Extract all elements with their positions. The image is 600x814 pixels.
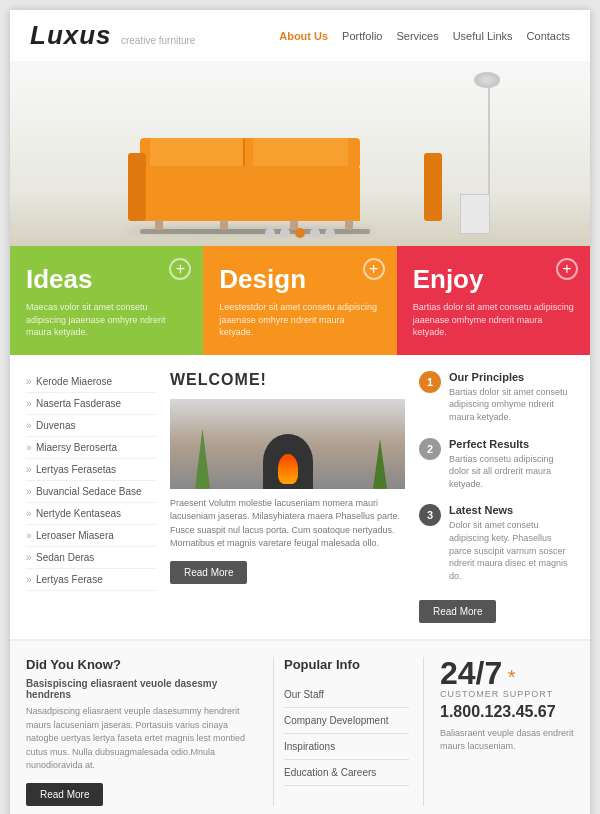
pi-item-3[interactable]: Education & Careers — [284, 760, 409, 786]
sofa-leg-2 — [220, 220, 228, 230]
logo-tagline: creative furniture — [121, 35, 195, 46]
principle-content-2: Perfect Results Bartias consetu adipisci… — [449, 438, 574, 491]
sofa-leg-1 — [155, 220, 163, 230]
sofa-cushion-left — [150, 138, 245, 166]
side-table — [460, 194, 490, 234]
nav-portfolio[interactable]: Portfolio — [342, 30, 382, 42]
principle-item-1: 1 Our Principles Bartias dolor sit amet … — [419, 371, 574, 424]
cs-hours-line: 24/7 * — [440, 657, 574, 689]
feature-cards: + Ideas Maecas volor sit amet consetu ad… — [10, 246, 590, 355]
fire-flame — [278, 454, 298, 484]
main-nav: About Us Portfolio Services Useful Links… — [279, 30, 570, 42]
nav-about[interactable]: About Us — [279, 30, 328, 42]
popular-info-list: Our Staff Company Development Inspiratio… — [284, 682, 409, 786]
sidebar-item-6[interactable]: Nertyde Kentaseas — [26, 503, 156, 525]
feature-card-enjoy[interactable]: + Enjoy Bartias dolor sit amet consetu a… — [397, 246, 590, 355]
popular-info: Popular Info Our Staff Company Developme… — [284, 657, 424, 806]
sidebar-item-3[interactable]: Miaersy Beroserta — [26, 437, 156, 459]
feature-card-ideas[interactable]: + Ideas Maecas volor sit amet consetu ad… — [10, 246, 203, 355]
nav-contacts[interactable]: Contacts — [527, 30, 570, 42]
cs-text: Baliasraent veuple dasas endrerit maurs … — [440, 727, 574, 752]
sidebar-item-7[interactable]: Leroaser Miasera — [26, 525, 156, 547]
cs-star: * — [508, 666, 516, 688]
feature-card-design[interactable]: + Design Leestestdor sit amet consetu ad… — [203, 246, 396, 355]
bottom-section: Did You Know? Basispiscing eliasraent ve… — [10, 640, 590, 814]
sidebar-item-0[interactable]: Kerode Miaerose — [26, 371, 156, 393]
principle-text-1: Bartias dolor sit amet consetu adipiscin… — [449, 386, 574, 424]
design-text: Leestestdor sit amet consetu adipiscing … — [219, 301, 380, 339]
enjoy-text: Bartias dolor sit amet consetu adipiscin… — [413, 301, 574, 339]
principles-section: 1 Our Principles Bartias dolor sit amet … — [419, 371, 574, 624]
pi-item-0[interactable]: Our Staff — [284, 682, 409, 708]
hero-dot-3[interactable] — [295, 228, 305, 238]
sofa-arm-right — [424, 153, 442, 221]
logo: Luxus — [30, 20, 112, 50]
sidebar-list: Kerode Miaerose Naserta Fasderase Duvena… — [26, 371, 156, 624]
main-content: Kerode Miaerose Naserta Fasderase Duvena… — [10, 355, 590, 641]
hero-dots — [265, 228, 335, 238]
ideas-text: Maecas volor sit amet consetu adipiscing… — [26, 301, 187, 339]
hero-dot-2[interactable] — [280, 228, 290, 238]
hero-dot-4[interactable] — [310, 228, 320, 238]
principle-item-2: 2 Perfect Results Bartias consetu adipis… — [419, 438, 574, 491]
sidebar-item-5[interactable]: Buvancial Sedace Base — [26, 481, 156, 503]
principle-item-3: 3 Latest News Dolor sit amet consetu adi… — [419, 504, 574, 582]
design-plus-icon: + — [363, 258, 385, 280]
lamp-shade — [474, 72, 500, 88]
pi-item-2[interactable]: Inspirations — [284, 734, 409, 760]
sidebar-nav: Kerode Miaerose Naserta Fasderase Duvena… — [26, 371, 156, 591]
enjoy-plus-icon: + — [556, 258, 578, 280]
ideas-title: Ideas — [26, 264, 187, 295]
hero-dot-5[interactable] — [325, 228, 335, 238]
hero-banner — [10, 61, 590, 246]
principle-content-3: Latest News Dolor sit amet consetu adipi… — [449, 504, 574, 582]
ideas-plus-icon: + — [169, 258, 191, 280]
sidebar-item-9[interactable]: Lertyas Ferase — [26, 569, 156, 591]
cs-phone: 1.800.123.45.67 — [440, 703, 574, 721]
principle-text-3: Dolor sit amet consetu adipiscing kety. … — [449, 519, 574, 582]
fireplace-visual — [170, 399, 405, 489]
principle-number-3: 3 — [419, 504, 441, 526]
sofa-cushion-right — [253, 138, 348, 166]
sidebar-item-8[interactable]: Sedan Deras — [26, 547, 156, 569]
welcome-image — [170, 399, 405, 489]
nav-useful-links[interactable]: Useful Links — [453, 30, 513, 42]
plant-left — [190, 429, 215, 489]
plant-right — [370, 439, 390, 489]
sofa-body — [140, 166, 360, 221]
principle-number-2: 2 — [419, 438, 441, 460]
popular-info-title: Popular Info — [284, 657, 409, 672]
principle-content-1: Our Principles Bartias dolor sit amet co… — [449, 371, 574, 424]
pi-item-1[interactable]: Company Development — [284, 708, 409, 734]
cs-hours: 24/7 — [440, 655, 502, 691]
hero-dot-1[interactable] — [265, 228, 275, 238]
welcome-read-more-button[interactable]: Read More — [170, 561, 247, 584]
principles-read-more-button[interactable]: Read More — [419, 600, 496, 623]
dyk-subtitle: Basispiscing eliasraent veuole dasesmy h… — [26, 678, 259, 700]
sofa-rug — [140, 229, 370, 234]
principle-title-2: Perfect Results — [449, 438, 574, 450]
cs-label: CUSTOMER SUPPORT — [440, 689, 574, 699]
dyk-read-more-button[interactable]: Read More — [26, 783, 103, 806]
nav-services[interactable]: Services — [396, 30, 438, 42]
principle-text-2: Bartias consetu adipiscing dolor sit all… — [449, 453, 574, 491]
principle-title-1: Our Principles — [449, 371, 574, 383]
customer-support: 24/7 * CUSTOMER SUPPORT 1.800.123.45.67 … — [434, 657, 574, 806]
dyk-title: Did You Know? — [26, 657, 259, 672]
sidebar-item-2[interactable]: Duvenas — [26, 415, 156, 437]
logo-area: Luxus creative furniture — [30, 20, 195, 51]
sidebar-item-4[interactable]: Lertyas Ferasetas — [26, 459, 156, 481]
welcome-title: WELCOME! — [170, 371, 405, 389]
principle-title-3: Latest News — [449, 504, 574, 516]
sidebar-item-1[interactable]: Naserta Fasderase — [26, 393, 156, 415]
sofa-arm-left — [128, 153, 146, 221]
enjoy-title: Enjoy — [413, 264, 574, 295]
dyk-text: Nasadpiscing eliasraent veuple dasesummy… — [26, 705, 259, 773]
did-you-know: Did You Know? Basispiscing eliasraent ve… — [26, 657, 274, 806]
welcome-section: WELCOME! Praesent Volutm molestie lacuse… — [156, 371, 419, 624]
principle-number-1: 1 — [419, 371, 441, 393]
sofa-leg-4 — [345, 220, 353, 230]
welcome-text: Praesent Volutm molestie lacuseniam nome… — [170, 497, 405, 551]
design-title: Design — [219, 264, 380, 295]
header: Luxus creative furniture About Us Portfo… — [10, 10, 590, 61]
